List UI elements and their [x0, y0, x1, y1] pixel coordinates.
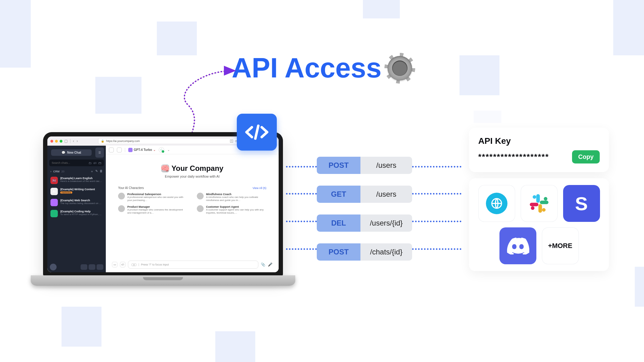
chat-icon: 💬	[62, 151, 65, 154]
api-endpoints: POST /users GET /users DEL /users/{id} P…	[317, 157, 412, 261]
code-icon	[237, 114, 277, 151]
close-icon[interactable]	[50, 140, 53, 143]
star-icon[interactable]	[89, 264, 95, 270]
panel-icon[interactable]	[109, 148, 114, 152]
character-name: Professional Salesperson	[127, 193, 188, 196]
back-icon[interactable]: ‹	[73, 139, 74, 143]
bg-square	[157, 22, 197, 55]
integrations-card: S +MORE	[469, 178, 609, 271]
plugin-icon[interactable]	[159, 147, 164, 153]
sidebar-footer	[47, 262, 106, 272]
input-placeholder: Press "/" to focus input	[141, 263, 169, 266]
integration-stripe[interactable]: S	[563, 185, 600, 222]
menu-icon[interactable]: ☰	[95, 148, 104, 158]
company-subtitle: Empower your daily workflow with AI	[112, 175, 272, 178]
new-chat-button[interactable]: 💬 New Chat	[51, 149, 92, 156]
integration-discord[interactable]	[499, 227, 536, 264]
character-card[interactable]: Product Manager A product manager who ov…	[118, 205, 188, 215]
divider	[125, 148, 125, 152]
svg-point-7	[544, 197, 547, 201]
integration-slack[interactable]	[521, 185, 558, 222]
chat-title: (Example) Learn English	[60, 177, 102, 180]
search-placeholder: Search chats...	[52, 161, 70, 164]
panel-icon[interactable]	[117, 148, 122, 152]
character-card[interactable]: Customer Support Agent A customer suppor…	[197, 205, 266, 215]
tag-icon[interactable]: 🏷	[120, 262, 125, 267]
cloud-icon[interactable]	[97, 264, 103, 270]
add-icon[interactable]: ＋	[90, 169, 93, 174]
search-input[interactable]: Search chats... 🗀 🏷 🗃	[49, 159, 104, 166]
minimize-icon[interactable]	[55, 140, 58, 143]
character-card[interactable]: Mindfulness Coach A mindfulness coach wh…	[197, 193, 266, 202]
character-desc: A product manager who oversees the devel…	[127, 208, 188, 215]
url-bar[interactable]: 🔒 https://ai.yourcompany.com 🅂 ⟳	[98, 138, 240, 144]
folder-icon[interactable]: 🗀	[89, 161, 92, 165]
avatar	[197, 205, 204, 212]
new-chat-label: New Chat	[67, 151, 81, 154]
chat-item[interactable]: (Example) Web Search The top stories bei…	[47, 197, 106, 208]
edit-icon[interactable]: ✎	[95, 169, 98, 174]
http-method: DEL	[317, 214, 360, 232]
endpoint-row: GET /users	[317, 186, 412, 203]
model-selector[interactable]: GPT-4 Turbo ⌄	[128, 148, 156, 152]
trash-icon[interactable]: 🗑	[100, 169, 103, 174]
bg-square	[635, 267, 644, 307]
chevron-down-icon[interactable]: ⌄	[167, 148, 170, 151]
company-title: 🧠 Your Company	[112, 164, 272, 173]
compose-bar: ▭ 🏷 xx | Press "/" to focus input 📎 🎤	[106, 258, 279, 272]
avatar[interactable]	[50, 264, 57, 270]
page-title: API Access	[232, 52, 382, 84]
endpoint-row: DEL /users/{id}	[317, 214, 412, 232]
chevron-down-icon: ⌄	[153, 148, 156, 151]
character-name: Customer Support Agent	[206, 205, 266, 208]
attach-icon[interactable]: 📎	[261, 262, 265, 267]
chat-title: (Example) Web Search	[60, 199, 103, 202]
avatar	[118, 193, 125, 199]
forward-icon[interactable]: ›	[77, 139, 78, 143]
chat-item[interactable]: 🇬🇧 (Example) Learn English Here's a brea…	[47, 175, 106, 186]
http-path: /users/{id}	[360, 214, 412, 232]
character-card[interactable]: Professional Salesperson A professional …	[118, 193, 188, 202]
integration-more[interactable]: +MORE	[542, 227, 579, 264]
svg-rect-5	[530, 203, 538, 207]
lock-icon: 🔒	[101, 140, 104, 143]
http-path: /users	[360, 157, 412, 174]
character-desc: A customer support agent who can help yo…	[206, 208, 266, 215]
view-all-link[interactable]: View All (5)	[252, 187, 266, 190]
chat-item[interactable]: A\ (Example) Writing Content marketing	[47, 186, 106, 197]
connector-line	[412, 221, 461, 222]
archive-icon[interactable]: 🗃	[98, 161, 101, 165]
card-icon[interactable]	[81, 264, 87, 270]
api-key-card: API Key ******************* Copy	[469, 128, 609, 172]
bg-square	[474, 111, 501, 123]
character-desc: A professional salesperson who can assis…	[127, 196, 188, 202]
voice-badge: xx	[131, 263, 137, 266]
globe-icon	[486, 193, 507, 214]
http-method: GET	[317, 186, 360, 203]
more-label: +MORE	[548, 242, 572, 250]
bg-square	[363, 0, 400, 18]
model-name: GPT-4 Turbo	[134, 148, 152, 151]
folder-header[interactable]: › CRM 20 ＋ ✎ 🗑	[47, 168, 106, 175]
heading-row: API Access	[0, 52, 644, 84]
chat-sub: Here's a breakdown of the word cac…	[60, 180, 102, 183]
tag-icon[interactable]: 🏷	[93, 161, 97, 165]
characters-section: Your AI Characters View All (5) Professi…	[106, 181, 279, 218]
http-method: POST	[317, 157, 360, 174]
chat-thumb: 🇬🇧	[50, 177, 58, 184]
folder-count: 20	[62, 170, 65, 173]
copy-button[interactable]: Copy	[572, 150, 600, 163]
http-method: POST	[317, 243, 360, 261]
sidebar-toggle-icon[interactable]: ▢	[64, 139, 68, 143]
reader-icon[interactable]: 🅂	[230, 140, 233, 143]
chat-title: (Example) Coding Help	[60, 210, 103, 213]
message-input[interactable]: xx | Press "/" to focus input	[128, 261, 258, 269]
book-icon[interactable]: ▭	[112, 262, 117, 267]
chat-item[interactable]: (Example) Coding Help To send a HTTP req…	[47, 208, 106, 219]
folder-name: CRM	[53, 170, 60, 173]
maximize-icon[interactable]	[60, 140, 62, 143]
mic-icon[interactable]: 🎤	[268, 262, 272, 267]
integration-web[interactable]	[478, 185, 515, 222]
slack-icon	[528, 193, 550, 214]
character-name: Product Manager	[127, 205, 188, 208]
